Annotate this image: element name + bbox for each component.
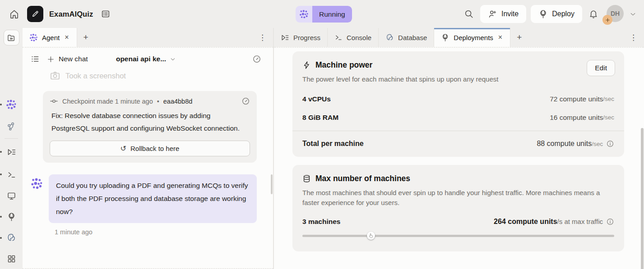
right-new-tab-button[interactable]: + — [510, 28, 528, 47]
machines-slider-track[interactable] — [302, 235, 614, 237]
machines-value-text: 264 compute units/s at max traffic — [494, 218, 603, 226]
tab-deployments-close-icon[interactable]: × — [497, 33, 503, 41]
project-icon[interactable] — [27, 6, 43, 22]
run-status-pill[interactable]: Running — [296, 6, 352, 23]
agent-icon — [29, 33, 38, 42]
screenshot-note: Took a screenshot — [65, 72, 126, 80]
ram-value-unit: /sec — [603, 114, 614, 121]
agent-message-row: Could you try uploading a PDF and genera… — [31, 174, 257, 223]
cursor-icon — [605, 18, 610, 23]
chat-list-icon[interactable] — [31, 55, 40, 64]
chat-header: New chat openai api ke... — [31, 51, 261, 67]
workflow-graph-icon — [7, 122, 16, 131]
screenshot-note-row: Took a screenshot — [50, 70, 261, 81]
agent-chat: New chat openai api ke... Took a screens… — [23, 47, 273, 269]
file-list-icon — [101, 9, 111, 19]
notifications-button[interactable] — [587, 7, 600, 21]
tab-progress-label: Progress — [293, 34, 320, 41]
deploy-label: Deploy — [552, 10, 575, 18]
lightning-icon — [302, 61, 311, 69]
agent-icon — [296, 6, 312, 23]
sidebar-toggle-button[interactable] — [4, 30, 19, 46]
invite-button[interactable]: Invite — [480, 5, 526, 23]
avatar-presence-badge — [602, 15, 612, 25]
monitor-icon — [7, 191, 16, 201]
checkpoint-message: Fix: Resolve database connection issues … — [51, 109, 249, 135]
machine-power-title: Machine power — [315, 60, 372, 70]
project-menu-button[interactable] — [99, 7, 112, 21]
spec-row-ram: 8 GiB RAM 16 compute units/sec — [302, 114, 614, 122]
max-machines-title: Max number of machines — [315, 174, 410, 183]
left-pane-menu-icon[interactable]: ⋮ — [252, 28, 273, 47]
account-menu[interactable]: DH — [607, 5, 625, 23]
cpu-value-unit: /sec — [603, 96, 614, 102]
chat-session-dropdown[interactable]: openai api ke... — [116, 55, 176, 63]
machines-slider[interactable] — [302, 232, 614, 240]
camera-icon — [50, 70, 60, 81]
tool-rail — [0, 28, 23, 269]
info-icon[interactable] — [606, 140, 614, 148]
right-pane-menu-icon[interactable]: ⋮ — [623, 28, 644, 47]
rail-item-agent[interactable] — [4, 98, 19, 111]
deployments-scrollbar[interactable] — [641, 128, 644, 269]
tab-database[interactable]: Database — [379, 28, 434, 47]
left-new-tab-button[interactable]: + — [77, 28, 95, 47]
agent-message-bubble: Could you try uploading a PDF and genera… — [49, 174, 257, 223]
topbar-right: Invite Deploy DH — [462, 5, 637, 23]
machines-count: 3 machines — [302, 218, 340, 226]
total-value: 88 compute units/sec — [537, 140, 614, 148]
cpu-value-number: 72 compute units — [550, 95, 603, 103]
deploy-button[interactable]: Deploy — [531, 5, 582, 23]
database-cylinder-icon — [302, 174, 311, 183]
new-chat-button[interactable]: New chat — [47, 55, 88, 63]
home-button[interactable] — [7, 7, 21, 21]
machine-power-card: Machine power Edit The power level for e… — [292, 51, 624, 157]
tab-progress[interactable]: Progress — [274, 28, 328, 47]
rail-item-workflows[interactable] — [4, 119, 19, 133]
postgresql-icon — [6, 233, 16, 243]
tab-deployments-label: Deployments — [454, 34, 493, 41]
usage-gauge-icon[interactable] — [252, 55, 261, 64]
deployments-open-dot — [0, 216, 2, 218]
postgresql-icon — [385, 33, 394, 42]
tab-deployments[interactable]: Deployments × — [434, 28, 510, 47]
rollback-label: Rollback to here — [130, 145, 179, 152]
tab-database-label: Database — [398, 34, 427, 41]
pencil-icon — [31, 10, 39, 18]
sidebar-folder-icon — [7, 33, 16, 42]
info-icon[interactable] — [606, 218, 614, 226]
console-icon — [334, 33, 343, 41]
usage-gauge-icon[interactable] — [241, 97, 250, 105]
checkpoint-separator: • — [157, 98, 159, 105]
hand-cursor-icon — [368, 233, 374, 239]
progress-icon — [7, 147, 16, 157]
rail-item-webview[interactable] — [4, 189, 19, 202]
max-machines-title-row: Max number of machines — [302, 174, 614, 183]
progress-open-dot — [0, 151, 2, 153]
tab-agent-close-icon[interactable]: × — [64, 33, 69, 41]
rail-item-database[interactable] — [4, 231, 19, 245]
topbar: ExamAIQuiz Running Invite Deploy — [0, 0, 644, 28]
grid-icon — [7, 254, 16, 264]
search-button[interactable] — [462, 7, 476, 21]
rail-item-console[interactable] — [4, 168, 19, 181]
status-badge: Running — [312, 6, 352, 23]
account-chevron-icon[interactable] — [629, 10, 637, 18]
chat-scrollbar[interactable] — [271, 174, 273, 194]
rail-item-deployments[interactable] — [4, 210, 19, 223]
rail-item-progress[interactable] — [4, 145, 19, 159]
total-value-number: 88 compute units — [537, 140, 592, 147]
max-machines-card: Max number of machines The most machines… — [292, 165, 624, 251]
tab-console[interactable]: Console — [328, 28, 379, 47]
edit-machine-power-button[interactable]: Edit — [587, 60, 615, 76]
machines-slider-thumb[interactable] — [367, 232, 375, 240]
tab-agent[interactable]: Agent × — [23, 28, 77, 47]
rail-item-all-tools[interactable] — [4, 252, 19, 265]
rollback-icon: ↺ — [120, 144, 126, 153]
rollback-button[interactable]: ↺ Rollback to here — [50, 141, 250, 156]
agent-icon — [31, 178, 43, 190]
deploy-icon — [7, 212, 16, 222]
ram-value: 16 compute units/sec — [550, 114, 614, 122]
bell-icon — [588, 9, 598, 19]
database-open-dot — [0, 237, 2, 239]
